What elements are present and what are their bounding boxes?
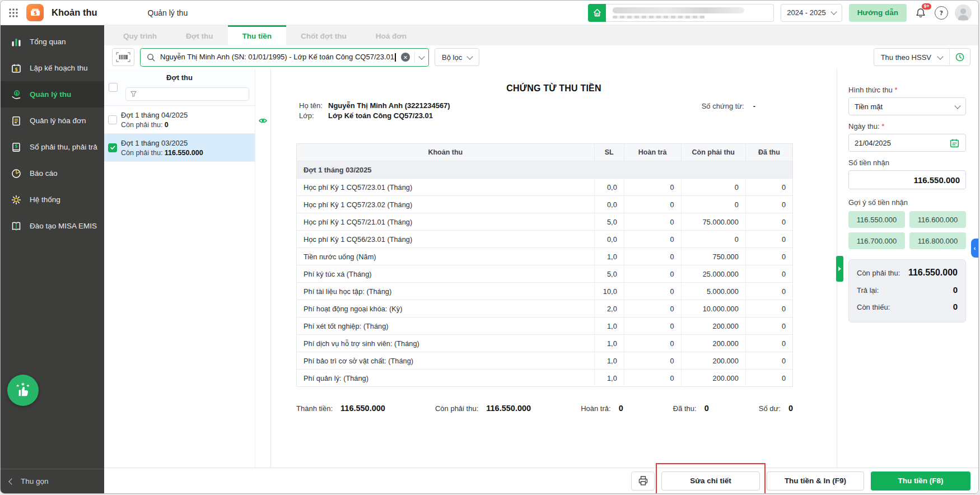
summary-value: 0 [953, 285, 958, 295]
collapse-side-handle[interactable]: ‹ [971, 239, 978, 258]
fee-row[interactable]: Phí dịch vụ hỗ trợ sinh viên: (Tháng)1,0… [297, 335, 793, 352]
sidebar-item-label: Quản lý hóa đơn [30, 116, 86, 125]
tab-chot-dot-thu[interactable]: Chốt đợt thu [286, 25, 361, 45]
chevron-down-icon [954, 102, 960, 109]
amount-received-input[interactable]: 116.550.000 [848, 170, 966, 189]
batch-row-dot-1-thang-03-2025[interactable]: Đợt 1 tháng 03/2025Còn phải thu: 116.550… [104, 134, 255, 162]
school-year-select[interactable]: 2024 - 2025 [781, 4, 842, 22]
tab-quy-trinh[interactable]: Quy trình [109, 25, 171, 45]
home-icon[interactable] [588, 4, 606, 22]
barcode-scan-button[interactable] [112, 48, 134, 66]
fee-row[interactable]: Học phí Kỳ 1 CQ56/23.01 (Tháng)0,0000 [297, 231, 793, 248]
collect-and-print-button[interactable]: Thu tiền & In (F9) [767, 471, 864, 491]
fee-qty: 1,0 [594, 317, 624, 335]
batch-filter-input[interactable] [125, 87, 249, 101]
school-year-value: 2024 - 2025 [787, 8, 825, 17]
notification-bell-icon[interactable]: 9+ [913, 6, 928, 20]
fee-refund: 0 [624, 283, 681, 300]
fee-row[interactable]: Phí xét tốt nghiệp: (Tháng)1,00200.0000 [297, 317, 793, 335]
tab-thu-tien[interactable]: Thu tiền [228, 25, 287, 45]
sidebar-item-tong-quan[interactable]: Tổng quan [1, 29, 104, 55]
collect-mode-select[interactable]: Thu theo HSSV [874, 48, 970, 66]
select-all-checkbox[interactable] [109, 83, 118, 92]
calendar-icon[interactable] [949, 138, 960, 148]
collect-money-button[interactable]: Thu tiền (F8) [871, 471, 970, 491]
total-label: Đã thu: [673, 404, 697, 413]
fee-qty: 10,0 [594, 283, 624, 300]
payment-method-value: Tiền mặt [855, 102, 883, 111]
fee-remaining: 0 [681, 179, 745, 196]
fee-remaining: 200.000 [681, 317, 745, 335]
view-receipt-eye-icon[interactable] [258, 116, 268, 127]
sidebar-item-quan-ly-thu[interactable]: $Quản lý thu [1, 81, 104, 108]
student-search-input[interactable]: Nguyễn Thị Minh Anh (SN: 01/01/1995) - L… [140, 48, 429, 67]
tab-dot-thu[interactable]: Đợt thu [171, 25, 228, 45]
fee-row[interactable]: Học phí Kỳ 1 CQ57/23.02 (Tháng)0,0000 [297, 196, 793, 213]
history-clock-icon[interactable] [950, 49, 970, 66]
school-name-redacted[interactable] [606, 4, 774, 22]
fee-name: Phí xét tốt nghiệp: (Tháng) [297, 317, 595, 335]
feedback-thumbs-up-button[interactable]: ★★★ [7, 375, 39, 406]
column-header-con-phai-thu: Còn phải thu [681, 144, 745, 161]
print-button[interactable] [631, 471, 655, 491]
sidebar-item-dao-tao-misa-emis[interactable]: Đào tạo MISA EMIS [1, 213, 104, 239]
doc-number: Số chứng từ: - [702, 102, 755, 110]
expand-panel-handle[interactable] [836, 256, 843, 282]
khoan-thu-app-icon[interactable]: $ [26, 4, 44, 21]
batch-checkbox[interactable] [108, 143, 117, 152]
fee-row[interactable]: Phí hoạt động ngoại khóa: (Kỳ)2,0010.000… [297, 300, 793, 317]
fee-row[interactable]: Phí ký túc xá (Tháng)5,0025.000.0000 [297, 265, 793, 283]
fee-refund: 0 [624, 248, 681, 265]
sidebar-item-label: Lập kế hoạch thu [30, 64, 88, 72]
fee-remaining: 10.000.000 [681, 300, 745, 317]
chevron-down-icon[interactable] [418, 53, 424, 59]
amount-suggestion-button[interactable]: 116.700.000 [848, 232, 905, 249]
search-value[interactable]: Nguyễn Thị Minh Anh (SN: 01/01/1995) - L… [160, 53, 396, 62]
sidebar-item-bao-cao[interactable]: Báo cáo [1, 160, 104, 186]
filter-button[interactable]: Bộ lọc [435, 48, 479, 66]
help-icon[interactable]: ? [935, 6, 948, 20]
school-selector[interactable] [588, 4, 774, 22]
batch-checkbox[interactable] [108, 115, 117, 124]
tab-hoa-don[interactable]: Hoá đơn [361, 25, 421, 45]
payment-method-select[interactable]: Tiền mặt [848, 97, 966, 115]
collect-date-input[interactable]: 21/04/2025 [848, 134, 966, 152]
top-menu-quan-ly-thu[interactable]: Quản lý thu [148, 8, 188, 17]
fee-name: Tiền nước uống (Năm) [297, 248, 595, 265]
batch-row-dot-1-thang-04-2025[interactable]: Đợt 1 tháng 04/2025Còn phải thu: 0 [104, 106, 255, 134]
amount-suggestion-button[interactable]: 116.550.000 [848, 211, 905, 228]
fee-row[interactable]: Học phí Kỳ 1 CQ57/21.01 (Tháng)5,0075.00… [297, 213, 793, 231]
tab-bar: Quy trìnhĐợt thuThu tiềnChốt đợt thuHoá … [104, 25, 978, 45]
app-grid-icon[interactable] [7, 7, 20, 19]
amount-label: Số tiền nhận [848, 158, 966, 167]
total-value: 0 [619, 404, 623, 413]
fee-row[interactable]: Phí bảo trì cơ sở vật chất: (Tháng)1,002… [297, 352, 793, 370]
amount-suggestion-button[interactable]: 116.600.000 [909, 211, 966, 228]
sidebar-item-so-phai-thu-phai-tra[interactable]: $Sổ phải thu, phải trả [1, 134, 104, 160]
guide-button[interactable]: Hướng dẫn [849, 4, 907, 22]
required-asterisk: * [894, 86, 897, 94]
fee-row[interactable]: Phí quản lý: (Tháng)1,00200.0000 [297, 370, 793, 387]
edit-detail-button[interactable]: Sửa chi tiết [661, 471, 760, 491]
notification-badge: 9+ [922, 3, 931, 10]
name-label: Họ tên: [299, 101, 328, 110]
clear-search-icon[interactable]: ✕ [401, 53, 410, 62]
receipt-document: CHỨNG TỪ THU TIỀN Họ tên: Nguyễn Thị Min… [271, 69, 837, 468]
fee-row[interactable]: Học phí Kỳ 1 CQ57/23.01 (Tháng)0,0000 [297, 179, 793, 196]
sidebar-item-lap-ke-hoach-thu[interactable]: $Lập kế hoạch thu [1, 55, 104, 81]
sidebar-item-he-thong[interactable]: Hệ thống [1, 186, 104, 213]
fee-collected: 0 [745, 196, 792, 213]
collect-hand-icon: $ [10, 88, 22, 101]
fee-qty: 1,0 [594, 248, 624, 265]
collect-mode-value: Thu theo HSSV [874, 53, 938, 62]
sidebar-collapse-button[interactable]: Thu gọn [1, 469, 104, 493]
fee-remaining: 25.000.000 [681, 265, 745, 283]
fee-qty: 1,0 [594, 335, 624, 352]
fee-row[interactable]: Tiền nước uống (Năm)1,00750.0000 [297, 248, 793, 265]
sidebar-item-quan-ly-hoa-don[interactable]: Quản lý hóa đơn [1, 108, 104, 134]
fee-row[interactable]: Phí tài liệu học tập: (Tháng)10,005.000.… [297, 283, 793, 300]
fee-refund: 0 [624, 317, 681, 335]
amount-suggestion-button[interactable]: 116.800.000 [909, 232, 966, 249]
user-avatar[interactable] [955, 4, 972, 21]
redacted-text-blur [613, 7, 744, 13]
